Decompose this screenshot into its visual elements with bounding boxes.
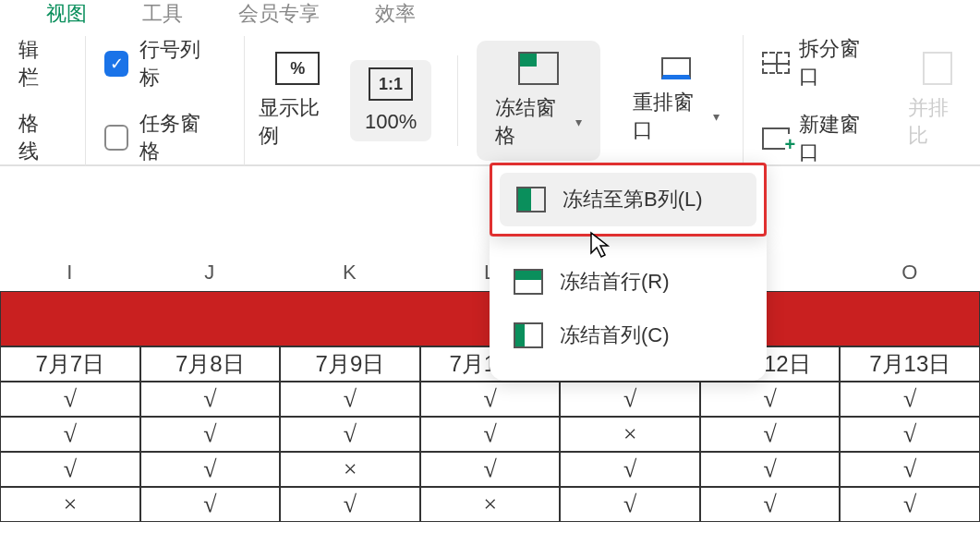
gridlines-toggle[interactable]: 格线 bbox=[18, 110, 57, 165]
freeze-dropdown-highlighted: 冻结至第B列(L) bbox=[490, 163, 767, 237]
table-row: √ √ √ √ × √ √ bbox=[0, 417, 980, 452]
cell[interactable]: √ bbox=[840, 382, 980, 417]
rearrange-window-icon bbox=[661, 57, 691, 79]
edit-bar-label: 辑栏 bbox=[18, 36, 57, 91]
freeze-col-b-icon bbox=[516, 187, 546, 212]
freeze-first-row-label: 冻结首行(R) bbox=[560, 268, 670, 296]
cell[interactable]: √ bbox=[560, 382, 700, 417]
cell[interactable]: √ bbox=[700, 382, 841, 417]
zoom-ratio-button[interactable]: % 显示比例 bbox=[245, 52, 350, 150]
cell[interactable]: √ bbox=[0, 382, 140, 417]
cell[interactable]: 7月7日 bbox=[0, 346, 140, 382]
cell[interactable]: √ bbox=[700, 452, 841, 487]
cell[interactable]: √ bbox=[420, 452, 561, 487]
task-pane-label: 任务窗格 bbox=[139, 110, 216, 165]
cell[interactable]: √ bbox=[700, 487, 841, 522]
cell[interactable]: √ bbox=[280, 417, 420, 452]
new-window-icon bbox=[762, 127, 790, 150]
table-row: √ √ × √ √ √ √ bbox=[0, 452, 980, 487]
tab-efficiency[interactable]: 效率 bbox=[375, 0, 416, 28]
freeze-panes-button[interactable]: 冻结窗格 ▾ bbox=[477, 41, 600, 161]
split-window-icon bbox=[762, 52, 790, 74]
tab-tools[interactable]: 工具 bbox=[142, 0, 183, 28]
tab-member[interactable]: 会员专享 bbox=[238, 0, 320, 28]
cell[interactable]: √ bbox=[0, 417, 140, 452]
cell[interactable]: × bbox=[560, 417, 700, 452]
cell[interactable]: √ bbox=[140, 452, 281, 487]
zoom-ratio-label: 显示比例 bbox=[259, 94, 336, 150]
table-row: × √ √ × √ √ √ bbox=[0, 487, 980, 522]
zoom-100-button[interactable]: 1:1 100% bbox=[350, 60, 431, 141]
checkbox-checked-icon: ✓ bbox=[104, 51, 128, 77]
freeze-panes-label: 冻结窗格 bbox=[495, 94, 572, 150]
checkbox-unchecked-icon bbox=[104, 125, 129, 151]
cell[interactable]: √ bbox=[560, 487, 700, 522]
freeze-first-row-item[interactable]: 冻结首行(R) bbox=[497, 255, 759, 309]
cell[interactable]: √ bbox=[140, 417, 281, 452]
cell[interactable]: √ bbox=[700, 417, 841, 452]
rearrange-window-label: 重排窗口 bbox=[633, 89, 709, 144]
cell[interactable]: √ bbox=[840, 417, 980, 452]
tab-view[interactable]: 视图 bbox=[46, 0, 87, 28]
cell[interactable]: √ bbox=[560, 452, 700, 487]
cell[interactable]: √ bbox=[280, 487, 420, 522]
one-to-one-icon: 1:1 bbox=[369, 67, 413, 101]
edit-bar-toggle[interactable]: 辑栏 bbox=[18, 36, 57, 91]
split-window-label: 拆分窗口 bbox=[799, 35, 876, 91]
tab-bar: 视图 工具 会员专享 效率 bbox=[0, 0, 980, 28]
split-window-button[interactable]: 拆分窗口 bbox=[762, 35, 876, 91]
cell[interactable]: 7月13日 bbox=[840, 346, 980, 382]
rearrange-window-button[interactable]: 重排窗口 ▾ bbox=[619, 57, 733, 144]
new-window-label: 新建窗口 bbox=[799, 111, 876, 166]
cell[interactable]: √ bbox=[0, 452, 140, 487]
cell[interactable]: × bbox=[280, 452, 420, 487]
side-by-side-button: 并排比 bbox=[894, 52, 980, 150]
col-header[interactable]: I bbox=[0, 261, 140, 285]
task-pane-toggle[interactable]: 任务窗格 bbox=[104, 110, 217, 165]
freeze-first-row-icon bbox=[514, 269, 543, 295]
cell[interactable]: √ bbox=[420, 417, 561, 452]
cell[interactable]: √ bbox=[280, 382, 420, 417]
ribbon: 辑栏 格线 ✓ 行号列标 任务窗格 % 显示比例 1:1 100% 冻结窗格 ▾ bbox=[0, 28, 980, 166]
freeze-first-col-icon bbox=[514, 322, 543, 348]
col-header[interactable]: K bbox=[280, 261, 420, 285]
freeze-to-col-b-item[interactable]: 冻结至第B列(L) bbox=[500, 173, 756, 226]
freeze-first-col-item[interactable]: 冻结首列(C) bbox=[497, 309, 759, 362]
new-window-button[interactable]: 新建窗口 bbox=[762, 111, 876, 166]
cell[interactable]: √ bbox=[140, 382, 281, 417]
freeze-first-col-label: 冻结首列(C) bbox=[560, 322, 670, 349]
cell[interactable]: √ bbox=[420, 382, 561, 417]
zoom-100-label: 100% bbox=[365, 110, 417, 134]
cell[interactable]: √ bbox=[840, 487, 980, 522]
freeze-to-col-b-label: 冻结至第B列(L) bbox=[563, 186, 703, 213]
cell[interactable]: 7月8日 bbox=[140, 346, 281, 382]
cell[interactable]: √ bbox=[840, 452, 980, 487]
cell[interactable]: √ bbox=[140, 487, 281, 522]
chevron-down-icon: ▾ bbox=[575, 115, 582, 129]
freeze-dropdown-rest: 冻结首行(R) 冻结首列(C) bbox=[490, 237, 767, 381]
percent-icon: % bbox=[275, 52, 320, 85]
side-by-side-label: 并排比 bbox=[908, 94, 966, 150]
gridlines-label: 格线 bbox=[18, 110, 57, 165]
cell[interactable]: × bbox=[420, 487, 561, 522]
chevron-down-icon: ▾ bbox=[713, 109, 720, 124]
table-row: √ √ √ √ √ √ √ bbox=[0, 382, 980, 417]
side-by-side-icon bbox=[923, 52, 952, 85]
col-header[interactable]: O bbox=[840, 261, 980, 285]
freeze-panes-icon bbox=[518, 52, 559, 85]
row-col-label: 行号列标 bbox=[139, 36, 216, 91]
col-header[interactable]: J bbox=[140, 261, 281, 285]
row-col-label-toggle[interactable]: ✓ 行号列标 bbox=[104, 36, 217, 91]
cell[interactable]: 7月9日 bbox=[280, 346, 420, 382]
cell[interactable]: × bbox=[0, 487, 140, 522]
